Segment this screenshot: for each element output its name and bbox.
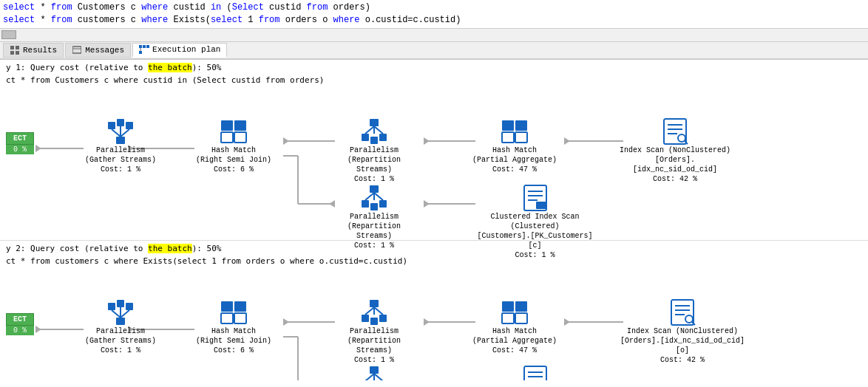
tab-messages[interactable]: Messages [65, 43, 131, 58]
clustered-icon-1 [470, 184, 600, 212]
tab-execution-plan-label: Execution plan [152, 45, 220, 54]
svg-rect-98 [362, 315, 369, 322]
svg-line-41 [374, 126, 383, 134]
svg-marker-12 [35, 145, 41, 152]
svg-rect-105 [671, 300, 694, 325]
index-scan-label-1: Index Scan (NonClustered)[Orders].[idx_n… [616, 145, 734, 184]
result-label-1: ECT [6, 132, 34, 145]
svg-rect-60 [370, 203, 378, 210]
svg-rect-37 [234, 132, 246, 143]
hash-join-icon-1 [189, 117, 278, 145]
svg-rect-55 [370, 185, 379, 193]
node-clustered-2: Clustered Index Scan (Clustered)[Custome… [470, 365, 600, 380]
par-gather-icon-2 [80, 298, 161, 326]
clustered-icon-2 [470, 365, 600, 380]
query-2-sql: ct * from customers c where Exists(selec… [6, 256, 862, 266]
svg-rect-38 [370, 119, 379, 126]
sql-line-1: select * from Customers c where custid i… [3, 1, 865, 14]
query-2-header: y 2: Query cost (relative to the batch):… [6, 244, 862, 253]
svg-rect-42 [362, 134, 369, 141]
svg-rect-1 [16, 46, 19, 49]
svg-marker-72 [283, 318, 289, 326]
hash-join-label-1: Hash Match(Right Semi Join)Cost: 6 % [189, 145, 278, 174]
svg-rect-111 [370, 366, 379, 374]
par-gather-label-1: Parallelism(Gather Streams)Cost: 1 % [80, 145, 161, 174]
result-node-1: ECT 0 % [6, 132, 34, 154]
svg-rect-29 [126, 122, 133, 129]
node-par-gather-1: Parallelism(Gather Streams)Cost: 1 % [80, 117, 161, 174]
svg-rect-90 [221, 301, 233, 312]
hash-agg-icon-1 [470, 117, 559, 145]
svg-rect-7 [143, 45, 146, 48]
svg-rect-45 [502, 120, 514, 131]
svg-rect-44 [379, 134, 387, 141]
node-hash-join-1: Hash Match(Right Semi Join)Cost: 6 % [189, 117, 278, 174]
query-2-prefix: y 2: Query cost (relative to [6, 244, 148, 253]
svg-rect-27 [108, 122, 115, 129]
svg-marker-74 [424, 318, 430, 326]
svg-rect-84 [117, 300, 124, 307]
node-par-repartition-top-2: Parallelism(Repartition Streams)Cost: 1 … [330, 298, 418, 365]
par-repartition-bot-icon-1 [330, 184, 418, 212]
svg-rect-83 [108, 303, 115, 310]
svg-rect-49 [664, 119, 686, 144]
svg-rect-48 [515, 132, 527, 143]
svg-rect-103 [502, 313, 514, 323]
node-hash-agg-2: Hash Match(Partial Aggregate)Cost: 47 % [470, 298, 559, 355]
sql-editor[interactable]: select * from Customers c where custid i… [0, 0, 868, 29]
tab-results[interactable]: Results [3, 43, 64, 58]
svg-marker-20 [564, 137, 570, 145]
svg-line-114 [374, 374, 383, 380]
node-par-repartition-top-1: Parallelism(Repartition Streams)Cost: 1 … [330, 117, 418, 184]
horizontal-scrollbar[interactable] [0, 29, 868, 42]
tab-execution-plan[interactable]: Execution plan [132, 43, 227, 58]
svg-rect-61 [379, 200, 387, 208]
hash-agg-label-1: Hash Match(Partial Aggregate)Cost: 47 % [470, 145, 559, 174]
hash-join-label-2: Hash Match(Right Semi Join)Cost: 6 % [189, 326, 278, 355]
svg-line-30 [112, 129, 121, 137]
svg-marker-76 [564, 318, 570, 326]
svg-rect-104 [515, 313, 527, 323]
result-cost-1: 0 % [6, 145, 34, 154]
svg-rect-99 [370, 318, 378, 325]
query-1-prefix: y 1: Query cost (relative to [6, 63, 148, 72]
par-repartition-top-icon-2 [330, 298, 418, 326]
svg-point-53 [678, 134, 685, 142]
result-node-2: ECT 0 % [6, 313, 34, 335]
svg-rect-34 [221, 120, 233, 131]
node-hash-agg-1: Hash Match(Partial Aggregate)Cost: 47 % [470, 117, 559, 174]
result-label-2: ECT [6, 313, 34, 326]
node-index-scan-2: Index Scan (NonClustered)[Orders].[idx_n… [616, 298, 749, 365]
node-par-repartition-bot-1: Parallelism(Repartition Streams)Cost: 1 … [330, 184, 418, 250]
hash-agg-label-2: Hash Match(Partial Aggregate)Cost: 47 % [470, 326, 559, 355]
svg-rect-91 [234, 301, 246, 312]
svg-line-97 [374, 307, 383, 315]
svg-rect-47 [502, 132, 514, 143]
scrollbar-thumb[interactable] [1, 30, 16, 39]
hash-join-icon-2 [189, 298, 278, 326]
svg-marker-18 [424, 137, 430, 145]
index-scan-icon-2 [616, 298, 749, 326]
svg-rect-2 [10, 51, 14, 55]
svg-marker-16 [283, 137, 289, 145]
svg-line-58 [374, 193, 383, 200]
svg-rect-10 [139, 51, 142, 54]
svg-rect-43 [370, 137, 378, 144]
svg-marker-68 [35, 326, 41, 333]
svg-rect-35 [234, 120, 246, 131]
par-gather-label-2: Parallelism(Gather Streams)Cost: 1 % [80, 326, 161, 355]
par-repartition-bot-icon-2 [330, 365, 418, 380]
query-1-sql: ct * from Customers c where custid in (S… [6, 75, 862, 85]
svg-line-32 [121, 129, 129, 137]
svg-line-112 [365, 374, 374, 380]
svg-rect-85 [126, 303, 133, 310]
svg-rect-33 [116, 137, 125, 144]
node-par-repartition-bot-2: Parallelism(Repartition Streams)Cost: 1 … [330, 365, 418, 380]
query-block-2: y 2: Query cost (relative to the batch):… [0, 241, 868, 380]
svg-rect-100 [379, 315, 387, 322]
par-repartition-top-icon-1 [330, 117, 418, 145]
tab-messages-label: Messages [85, 46, 124, 55]
message-icon [72, 45, 82, 55]
svg-rect-66 [536, 202, 546, 209]
hash-agg-icon-2 [470, 298, 559, 326]
